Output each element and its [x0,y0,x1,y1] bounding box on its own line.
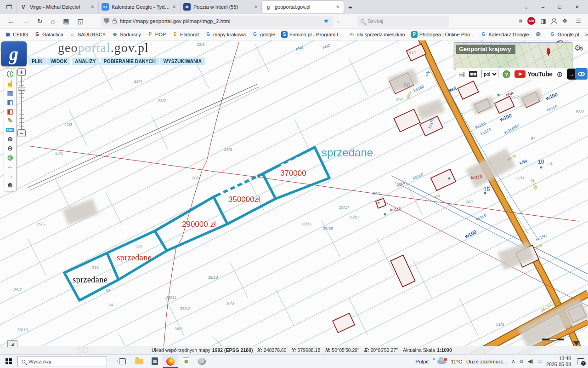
bookmark-star-icon[interactable]: ★ [323,17,329,24]
teams-tray-icon[interactable]: ⊙ [520,358,524,364]
grid-widget-icon[interactable]: ▦ [458,70,465,78]
bookmark-item[interactable]: PPhotopea | Online Pho... [411,31,475,38]
forward-extent-icon[interactable]: → [4,171,16,180]
bookmark-item[interactable]: GGoogle.pl [549,31,579,38]
tracking-shield-icon[interactable] [104,18,109,24]
bookmark-item[interactable]: SFirmino.pl - Program f... [281,31,343,38]
new-tab-button[interactable]: + [344,3,357,11]
help-icon[interactable]: ? [503,70,510,78]
tab-close-icon[interactable]: ✕ [171,4,177,10]
taskbar-app-firefox[interactable] [163,355,178,368]
weather-cloud-icon[interactable] [437,359,447,364]
geoportal-logo[interactable]: g [1,41,27,66]
browser-tab[interactable]: ggeoportal.gov.pl✕ [262,1,344,13]
close-tool-icon[interactable]: ⊗ [4,180,16,190]
zoom-in-icon[interactable]: ⊕ [4,134,16,144]
settings-gear-icon[interactable]: ⚙⚙ [574,43,583,53]
menu-item-wyszukiwania[interactable]: WYSZUKIWANIA [160,58,205,65]
menu-item-widok[interactable]: WIDOK [47,58,70,65]
volume-icon[interactable]: ◀) [528,358,533,364]
zoom-slider[interactable]: + − [17,68,26,137]
minimize-button[interactable]: – [535,0,551,14]
extension-icon[interactable]: ❖ [559,17,571,24]
taskbar-app-calculator[interactable]: ▦ [147,355,163,368]
bookmark-item[interactable]: Gmapy krakowa [205,31,246,38]
sidebar-icon[interactable]: ◨ [537,17,549,24]
info-icon[interactable]: ⓘ [4,70,16,79]
tray-expand-chevron[interactable]: ∧ [511,358,515,364]
stats-widget-icon[interactable]: ▦▦ [469,71,477,77]
globe-icon[interactable]: ◍ [4,153,16,162]
browser-tab[interactable]: VVirgo - Michał Dzięcioł✕ [17,1,98,13]
home-button[interactable]: ⌂ [47,17,59,25]
browser-tab[interactable]: 31Kalendarz Google - Tydzień, w ✕ [98,1,180,13]
reload-button[interactable]: ↻ [33,17,47,25]
taskbar-search[interactable]: Wyszukaj [17,356,107,367]
search-bar[interactable]: Szukaj [357,16,449,27]
zoom-handle[interactable] [18,87,25,91]
bookmark-item[interactable]: GGalactica [34,31,63,38]
language-select[interactable]: pol [481,70,498,78]
cadastral-map[interactable]: 22/322/422/523/123/226/326/225/529/730/1… [0,40,588,354]
desktop-toolbar-chevron[interactable]: » [433,356,435,361]
bookmark-item[interactable]: olxolx sprzedz mieszkan [349,31,405,38]
zoom-track[interactable] [17,76,26,129]
zoom-in-button[interactable]: + [17,68,26,76]
screenshot-icon[interactable]: ◱ [73,17,87,25]
firefox-view-icon[interactable] [5,2,14,12]
select-rect-blue-icon[interactable]: ◧ [4,98,16,107]
weather-desc[interactable]: Duże zachmurz... [466,359,507,364]
notification-center-icon[interactable]: 2 [577,358,584,364]
bookmark-item[interactable]: PPOP [147,31,166,38]
geoportal-map-viewport[interactable]: 22/322/422/523/123/226/326/225/529/730/1… [0,40,588,354]
youtube-link[interactable]: YouTube [514,70,552,78]
bookmark-item[interactable]: ▦CEIdG [5,31,28,38]
taskbar-app-gimp[interactable] [194,355,209,368]
bookmark-item[interactable]: EElaborat [172,31,199,38]
adblock-icon[interactable]: ABP [527,17,535,25]
contrast-eye-button[interactable] [575,68,588,80]
desktop-toolbar-label[interactable]: Pulpit [415,359,429,364]
task-view-icon[interactable] [119,358,126,364]
bookmark-item[interactable]: Ggoogle [252,31,275,38]
tab-list-chevron-icon[interactable]: ⌄ [518,4,535,10]
pan-hand-icon[interactable]: ☝ [4,79,16,88]
back-extent-icon[interactable]: ← [4,162,16,171]
zoom-out-button[interactable]: − [17,129,26,137]
taskbar-app-explorer[interactable] [131,355,147,368]
menu-item-analizy[interactable]: ANALIZY [72,58,99,65]
bookmark-item[interactable]: ⊕Sadurscy [112,31,141,38]
select-rect-red-icon[interactable]: ◧ [4,107,16,116]
forward-button[interactable]: → [18,17,33,25]
back-button[interactable]: ← [4,17,18,25]
menu-item-pobieranie-danych[interactable]: POBIERANIE DANYCH [101,58,159,65]
measure-pencil-icon[interactable]: ✎ [4,116,16,125]
menu-hamburger-icon[interactable]: ☰ [572,17,584,24]
tab-close-icon[interactable]: ✕ [89,4,96,10]
url-text[interactable]: https://mapy.geoportal.gov.pl/imap/Imgp_… [120,18,321,24]
wheel-icon[interactable]: ⊛ [557,70,563,79]
pocket-icon[interactable]: ⌄ [333,18,344,24]
start-button[interactable] [0,355,17,368]
menu-item-plik[interactable]: PLIK [28,58,46,65]
lock-icon[interactable] [113,20,117,23]
zoom-out-icon[interactable]: ⊖ [4,144,16,153]
maximize-button[interactable]: □ [551,0,568,14]
tab-close-icon[interactable]: ✕ [253,4,259,10]
bookmarks-overflow-chevron[interactable]: » [585,31,588,38]
xml-icon[interactable]: XML [4,125,16,134]
bookmark-item[interactable]: ⌂SADURSCY [69,31,106,38]
bookmark-item[interactable]: Ⓦ [535,31,543,38]
fullscreen-toggle-icon[interactable]: ◢ [7,340,17,347]
browser-tab[interactable]: ✉Poczta w Interii (55)✕ [180,1,262,13]
taskbar-clock[interactable]: 13:40 2025-05-08 [546,356,571,367]
library-icon[interactable]: ≡ [517,16,524,26]
weather-temp[interactable]: 11°C [451,359,462,364]
print-icon[interactable]: ▤ [59,17,73,25]
account-icon[interactable] [551,18,557,24]
tab-close-icon[interactable]: ✕ [334,4,341,10]
taskbar-app-libreoffice[interactable]: ▦ [178,355,194,368]
network-icon[interactable]: ▭ [537,358,542,364]
close-button[interactable]: ✕ [568,0,586,14]
overview-map[interactable]: Geoportal krajowy [454,42,572,69]
